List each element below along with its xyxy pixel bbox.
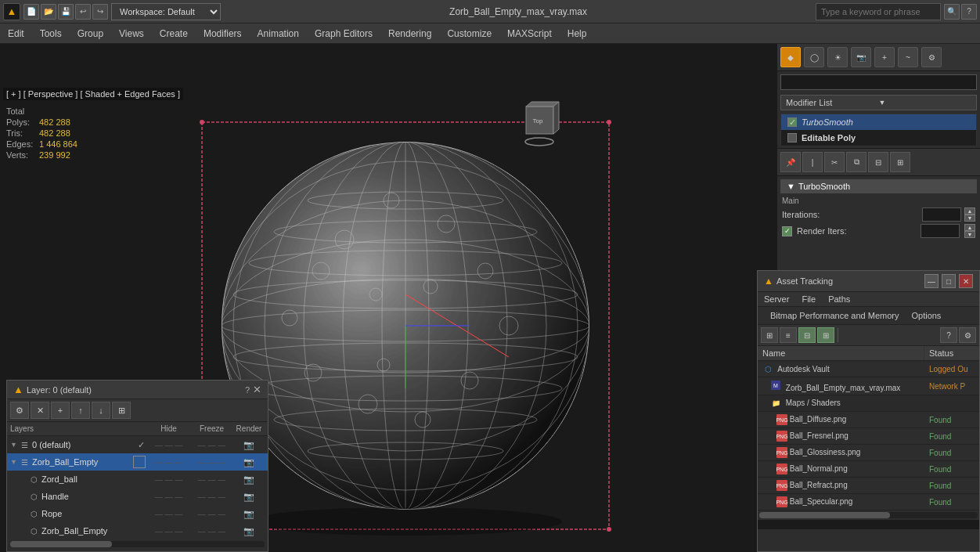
help-button[interactable]: ?	[961, 4, 977, 20]
layer-icon-6[interactable]: ⊞	[112, 402, 131, 419]
asset-menu-server[interactable]: Server	[758, 292, 795, 306]
menu-animation[interactable]: Animation	[250, 25, 307, 42]
save-button[interactable]: 💾	[58, 4, 74, 20]
search-input[interactable]	[816, 3, 941, 20]
asset-scrollbar-horizontal[interactable]	[759, 512, 978, 518]
menu-rendering[interactable]: Rendering	[380, 25, 439, 42]
layer-row-default[interactable]: ▼ ☰ 0 (default) ✓ — — — — — — 📷	[7, 436, 268, 453]
search-icon-btn[interactable]: 🔍	[944, 4, 960, 20]
menu-maxscript[interactable]: MAXScript	[499, 25, 560, 42]
layer-row-zordball[interactable]: ⬡ Zord_ball — — — — — — 📷	[16, 471, 268, 488]
asset-row-refract[interactable]: PNG Ball_Refract.png Found	[758, 478, 979, 494]
iterations-down[interactable]: ▼	[964, 215, 975, 222]
asset-row-diffuse[interactable]: PNG Ball_Diffuse.png Found	[758, 412, 979, 428]
undo-button[interactable]: ↩	[75, 4, 91, 20]
iterations-row: Iterations: 1 ▲ ▼	[782, 207, 975, 222]
new-button[interactable]: 📄	[23, 4, 39, 20]
pin-icon[interactable]: 📌	[780, 152, 801, 172]
mod-icon-4[interactable]: ⊟	[868, 152, 888, 172]
asset-settings-tool[interactable]: ⚙	[959, 327, 976, 343]
asset-tool-3[interactable]: ⊟	[798, 327, 816, 343]
shapes-icon[interactable]: ◯	[804, 47, 824, 67]
mod-icon-1[interactable]: |	[802, 152, 823, 172]
menu-customize[interactable]: Customize	[439, 25, 499, 42]
render-iters-down[interactable]: ▼	[964, 231, 975, 238]
asset-row-vault[interactable]: ⬡ Autodesk Vault Logged Ou	[758, 361, 979, 377]
render-iters-input[interactable]: 2	[921, 224, 960, 238]
modifier-editablepoly[interactable]: Editable Poly	[781, 130, 976, 146]
asset-smenu-bitmap[interactable]: Bitmap Performance and Memory	[764, 309, 905, 322]
editablepoly-checkbox[interactable]	[787, 133, 797, 143]
asset-menu-file[interactable]: File	[795, 292, 822, 306]
asset-minimize-button[interactable]: —	[924, 274, 939, 288]
cameras-icon[interactable]: 📷	[851, 47, 871, 67]
asset-row-specular[interactable]: PNG Ball_Specular.png Found	[758, 494, 979, 511]
asset-row-maxfile[interactable]: M Zorb_Ball_Empty_max_vray.max Network P	[758, 377, 979, 395]
asset-row-glossiness[interactable]: PNG Ball_Glossiness.png Found	[758, 445, 979, 461]
iterations-spinner[interactable]: ▲ ▼	[964, 207, 975, 222]
asset-close-button[interactable]: ✕	[959, 274, 973, 288]
turbosmooth-header[interactable]: ▼ TurboSmooth	[780, 179, 977, 193]
layer-panel-help[interactable]: ?	[245, 385, 250, 395]
layer-icon-4[interactable]: ↑	[71, 402, 90, 419]
layer-scrollbar-thumb[interactable]	[10, 541, 112, 547]
menu-help[interactable]: Help	[560, 25, 595, 42]
layer-0-name: 0 (default)	[32, 440, 135, 449]
asset-row-fresnel[interactable]: PNG Ball_Fresnel.png Found	[758, 428, 979, 445]
mod-icon-2[interactable]: ✂	[824, 152, 845, 172]
asset-maximize-button[interactable]: □	[942, 274, 956, 288]
menu-modifiers[interactable]: Modifiers	[196, 25, 250, 42]
object-name-field[interactable]: Zorb_ball	[780, 74, 977, 90]
layer-settings-icon[interactable]: ⚙	[10, 402, 29, 419]
asset-tool-1[interactable]: ⊞	[761, 327, 778, 343]
polys-label: Polys:	[6, 117, 36, 127]
turbosmooth-checkbox[interactable]: ✓	[787, 117, 797, 127]
layer-0-check[interactable]: ✓	[135, 438, 147, 451]
asset-fresnel-name: PNG Ball_Fresnel.png	[758, 428, 924, 444]
iterations-input[interactable]: 1	[922, 207, 961, 222]
helpers-icon[interactable]: +	[874, 47, 895, 67]
layer-delete-icon[interactable]: ✕	[31, 402, 49, 419]
menu-edit[interactable]: Edit	[0, 25, 32, 42]
asset-smenu-options[interactable]: Options	[905, 309, 947, 322]
modifier-list-header[interactable]: Modifier List ▼	[780, 95, 977, 110]
layer-row-handle[interactable]: ⬡ Handle — — — — — — 📷	[16, 488, 268, 505]
layer-row-rope[interactable]: ⬡ Rope — — — — — — 📷	[16, 505, 268, 522]
layer-scrollbar[interactable]	[10, 541, 265, 547]
asset-help-tool[interactable]: ?	[940, 327, 957, 343]
mod-icon-5[interactable]: ⊞	[890, 152, 910, 172]
render-iters-spinner[interactable]: ▲ ▼	[964, 224, 975, 238]
render-iters-checkbox[interactable]: ✓	[782, 226, 792, 236]
asset-row-normal[interactable]: PNG Ball_Normal.png Found	[758, 461, 979, 478]
viewport-cube[interactable]: Top	[510, 99, 565, 153]
redo-button[interactable]: ↪	[92, 4, 108, 20]
layer-row-zorb[interactable]: ▼ ☰ Zorb_Ball_Empty — — — — — — 📷	[7, 453, 268, 471]
iterations-up[interactable]: ▲	[964, 207, 975, 215]
lights-icon[interactable]: ☀	[827, 47, 848, 67]
asset-tool-4[interactable]: ⊞	[817, 327, 834, 343]
normal-file-icon: PNG	[776, 464, 787, 474]
mod-icon-3[interactable]: ⧉	[846, 152, 867, 172]
menu-graph-editors[interactable]: Graph Editors	[307, 25, 380, 42]
asset-tool-2[interactable]: ≡	[780, 327, 797, 343]
svg-point-18	[222, 200, 589, 451]
asset-menu-paths[interactable]: Paths	[822, 292, 856, 306]
menu-group[interactable]: Group	[70, 25, 111, 42]
workspace-dropdown[interactable]: Workspace: DefaultWorkspace: Default	[111, 3, 221, 20]
menu-create[interactable]: Create	[152, 25, 196, 42]
layer-icon-5[interactable]: ↓	[92, 402, 110, 419]
menu-tools[interactable]: Tools	[32, 25, 70, 42]
spacewarps-icon[interactable]: ~	[898, 47, 918, 67]
asset-scrollbar-h-thumb[interactable]	[759, 512, 890, 518]
svg-point-35	[477, 263, 493, 279]
modifier-turbosmooth[interactable]: ✓ TurboSmooth	[781, 114, 976, 130]
render-iters-up[interactable]: ▲	[964, 224, 975, 231]
menu-views[interactable]: Views	[111, 25, 152, 42]
layer-add-icon[interactable]: +	[51, 402, 70, 419]
layer-row-zorb-obj[interactable]: ⬡ Zorb_Ball_Empty — — — — — — 📷	[16, 522, 268, 539]
geometry-icon[interactable]: ◆	[780, 47, 801, 67]
open-button[interactable]: 📂	[41, 4, 56, 20]
asset-row-maps[interactable]: 📁 Maps / Shaders	[758, 395, 979, 412]
layer-panel-close[interactable]: ✕	[253, 384, 261, 395]
systems-icon[interactable]: ⚙	[921, 47, 942, 67]
